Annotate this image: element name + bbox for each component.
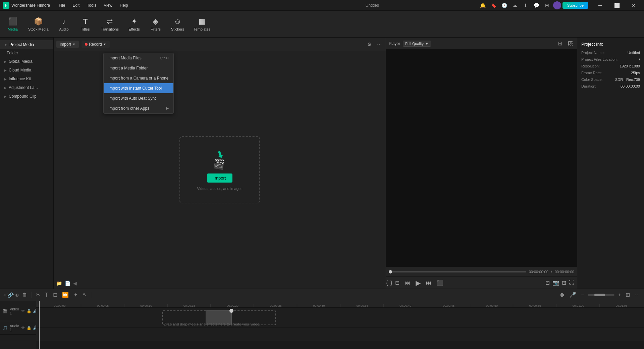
collapse-icon[interactable]: ◀ <box>73 281 77 286</box>
dropdown-import-media-files[interactable]: Import Media Files Ctrl+I <box>104 53 173 63</box>
timeline-toolbar: ↩ ↪ 🗑 ✂ T ⊡ ⏩ ✦ ↖ ⏺ 🎤 − + ⊞ ⋯ + 🔗 ⊕ <box>0 289 644 301</box>
dropdown-import-instant-cutter[interactable]: Import with Instant Cutter Tool <box>104 83 173 93</box>
tool-media[interactable]: ⬛ Media <box>3 14 23 34</box>
player-bracket-left-icon[interactable]: { <box>386 280 388 286</box>
fullscreen-grid-icon[interactable]: ⊞ <box>556 39 564 48</box>
sidebar-item-global-media[interactable]: ▶ Global Media <box>0 57 53 66</box>
tool-stickers[interactable]: ☺ Stickers <box>167 14 188 34</box>
import-label: Import <box>60 42 71 47</box>
player-bracket-right-icon[interactable]: } <box>390 280 392 286</box>
close-button[interactable]: ✕ <box>626 0 641 11</box>
cut-icon[interactable]: ✂ <box>35 290 42 299</box>
player-split-icon[interactable]: ⊟ <box>395 280 399 286</box>
dropdown-import-auto-beat-sync[interactable]: Import with Auto Beat Sync <box>104 93 173 103</box>
chevron-right-icon-2: ▶ <box>4 68 7 72</box>
player-label: Player <box>389 41 400 46</box>
drop-zone-import-button[interactable]: Import <box>207 173 233 183</box>
select-tool-icon[interactable]: ↖ <box>81 290 88 299</box>
tool-filters[interactable]: ◈ Filters <box>146 14 166 34</box>
sidebar-item-cloud-media[interactable]: ▶ Cloud Media <box>0 66 53 74</box>
sidebar-item-compound-clip[interactable]: ▶ Compound Clip <box>0 92 53 101</box>
quality-select[interactable]: Full Quality ▼ <box>403 41 431 47</box>
dropdown-import-media-folder[interactable]: Import a Media Folder <box>104 63 173 73</box>
zoom-slider[interactable] <box>588 294 614 296</box>
player-panel: Player Full Quality ▼ ⊞ 🖼 00:00:00:00 / … <box>386 38 577 289</box>
zoom-out-icon[interactable]: − <box>580 291 585 299</box>
clip-resize-handle[interactable] <box>229 309 233 313</box>
player-step-back-icon[interactable]: ⏮ <box>405 280 410 286</box>
delete-icon[interactable]: 🗑 <box>21 291 29 299</box>
toolbar: ⬛ Media 📦 Stock Media ♪ Audio T Titles ⇌… <box>0 11 644 38</box>
ruler-mark-9: 00:00:45 <box>427 304 470 307</box>
record-timeline-icon[interactable]: ⏺ <box>558 291 566 299</box>
sidebar-item-project-media[interactable]: ▼ Project Media <box>0 40 53 49</box>
video-lock-icon[interactable]: 🔒 <box>26 309 32 313</box>
player-timeline-bar[interactable] <box>389 271 526 272</box>
cloud-icon[interactable]: ☁ <box>510 1 520 10</box>
text-tool-icon[interactable]: T <box>44 291 50 299</box>
maximize-button[interactable]: ⬜ <box>609 0 625 11</box>
tool-templates[interactable]: ▦ Templates <box>190 14 214 34</box>
effects-icon: ✦ <box>131 17 137 26</box>
tool-titles[interactable]: T Titles <box>75 14 96 34</box>
grid-icon[interactable]: ⊞ <box>542 1 552 10</box>
player-step-forward-icon[interactable]: ⏭ <box>426 280 431 286</box>
audio-eye-icon[interactable]: 👁 <box>21 326 25 330</box>
crop-tool-icon[interactable]: ⊡ <box>52 290 59 299</box>
more-options-icon[interactable]: ⋯ <box>376 40 383 48</box>
tool-transitions[interactable]: ⇌ Transitions <box>97 14 123 34</box>
magnet-icon[interactable]: ⊕ <box>15 292 19 298</box>
player-crop-icon[interactable]: ⊡ <box>545 280 550 286</box>
sidebar-item-folder[interactable]: Folder <box>0 49 53 57</box>
snapshot-icon[interactable]: 🖼 <box>566 39 574 48</box>
ai-icon[interactable]: ✦ <box>72 290 79 299</box>
link-icon[interactable]: 🔗 <box>7 292 13 298</box>
add-track-icon[interactable]: + <box>3 292 5 298</box>
tool-audio[interactable]: ♪ Audio <box>54 14 74 34</box>
sidebar-global-media-label: Global Media <box>9 59 33 64</box>
subscribe-button[interactable]: Subscribe <box>562 2 588 9</box>
player-pip-icon[interactable]: ⊞ <box>562 280 566 286</box>
notification-icon[interactable]: 🔔 <box>478 1 487 10</box>
timeline-more-icon[interactable]: ⋯ <box>633 290 641 299</box>
tool-effects[interactable]: ✦ Effects <box>124 14 144 34</box>
menu-tools[interactable]: Tools <box>84 2 100 9</box>
player-fullscreen-icon[interactable]: ⛶ <box>569 280 574 286</box>
video-eye-icon[interactable]: 👁 <box>21 309 25 313</box>
record-button[interactable]: Record ▼ <box>82 41 110 48</box>
import-button[interactable]: Import ▼ <box>56 41 79 48</box>
project-files-value: / <box>639 57 640 61</box>
sidebar-item-adjustment-layer[interactable]: ▶ Adjustment La... <box>0 83 53 92</box>
menu-view[interactable]: View <box>100 2 116 9</box>
chat-icon[interactable]: 💬 <box>532 1 541 10</box>
time-separator: / <box>551 270 552 274</box>
bookmark-icon[interactable]: 🔖 <box>489 1 498 10</box>
timeline-thumb[interactable] <box>389 270 392 273</box>
speed-icon[interactable]: ⏩ <box>61 290 70 299</box>
menu-edit[interactable]: Edit <box>69 2 83 9</box>
audio-lock-icon[interactable]: 🔒 <box>26 326 32 330</box>
menu-help[interactable]: Help <box>116 2 131 9</box>
dropdown-import-from-camera[interactable]: Import from a Camera or a Phone <box>104 73 173 83</box>
resolution-value: 1920 x 1080 <box>620 64 640 68</box>
audio-track-name: Audio 1 <box>10 324 19 332</box>
menu-file[interactable]: File <box>55 2 68 9</box>
history-icon[interactable]: 🕐 <box>499 1 509 10</box>
microphone-icon[interactable]: 🎤 <box>568 290 578 299</box>
timeline-settings-icon[interactable]: ⊞ <box>624 290 631 299</box>
timeline-playhead[interactable] <box>39 301 40 349</box>
tool-stock-media[interactable]: 📦 Stock Media <box>24 14 53 34</box>
player-play-icon[interactable]: ▶ <box>416 279 421 287</box>
menu-bar: File Edit Tools View Help <box>55 2 267 9</box>
dropdown-import-other-apps[interactable]: Import from other Apps ▶ <box>104 103 173 113</box>
download-icon[interactable]: ⬇ <box>521 1 530 10</box>
player-snapshot-btn[interactable]: 📷 <box>552 280 559 286</box>
add-folder-icon[interactable]: 📁 <box>56 281 62 286</box>
filter-icon[interactable]: ⚙ <box>366 40 373 48</box>
player-loop-icon[interactable]: ⬛ <box>437 280 443 286</box>
add-media-icon[interactable]: 📄 <box>65 281 70 286</box>
zoom-in-icon[interactable]: + <box>616 291 622 299</box>
sidebar-item-influence-kit[interactable]: ▶ Influence Kit <box>0 74 53 83</box>
minimize-button[interactable]: ─ <box>592 0 608 11</box>
user-avatar[interactable] <box>553 1 561 9</box>
